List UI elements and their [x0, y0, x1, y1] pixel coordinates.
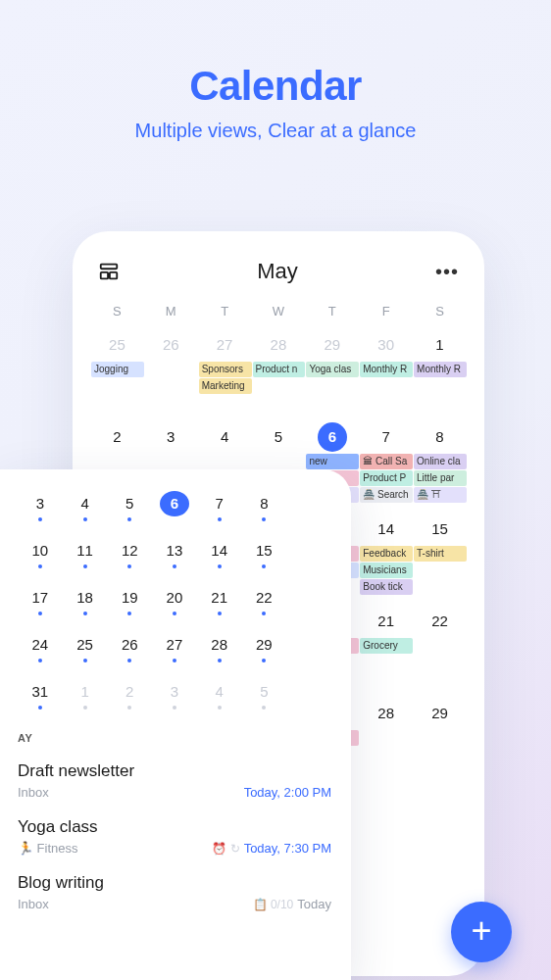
event-pill[interactable]: Product P	[360, 470, 413, 486]
month-day-cell[interactable]: 29	[413, 697, 467, 789]
event-pill[interactable]: Monthly R	[360, 362, 413, 377]
view-switch-icon[interactable]	[98, 261, 120, 282]
event-indicator-dot	[127, 517, 131, 521]
mini-day-cell[interactable]: 15	[242, 538, 287, 585]
mini-day-cell[interactable]: 21	[197, 585, 242, 632]
mini-day-cell[interactable]: 12	[107, 538, 152, 585]
weekday-header: S	[90, 298, 144, 328]
day-number: 4	[210, 422, 239, 452]
month-day-cell[interactable]: 27SponsorsMarketing	[198, 328, 252, 420]
mini-day-cell[interactable]: 28	[197, 632, 242, 679]
mini-day-cell[interactable]: 29	[242, 632, 287, 679]
mini-day-cell[interactable]: 27	[152, 632, 197, 679]
event-pill[interactable]: Musicians	[360, 563, 413, 578]
mini-day-cell[interactable]	[286, 538, 331, 585]
mini-day-cell[interactable]: 17	[18, 585, 63, 632]
mini-day-cell[interactable]	[286, 632, 331, 679]
mini-day-cell[interactable]: 2	[107, 679, 152, 726]
mini-day-cell[interactable]: 4	[63, 491, 108, 538]
task-item[interactable]: Draft newsletterInboxToday, 2:00 PM	[18, 754, 331, 809]
month-day-cell[interactable]: 15T-shirt	[413, 513, 467, 605]
mini-day-cell[interactable]: 26	[107, 632, 152, 679]
month-day-cell[interactable]: 22	[413, 605, 467, 697]
mini-day-cell[interactable]: 5	[242, 679, 287, 726]
event-pill[interactable]: 🏯 Search	[360, 487, 413, 503]
mini-day-cell[interactable]: 31	[18, 679, 63, 726]
month-day-cell[interactable]: 1Monthly R	[413, 328, 467, 420]
mini-day-cell[interactable]: 19	[107, 585, 152, 632]
mini-day-cell[interactable]: 4	[197, 679, 242, 726]
page-title: Calendar	[0, 63, 551, 110]
event-pill[interactable]: Book tick	[360, 579, 413, 595]
mini-day-number: 28	[205, 632, 234, 658]
mini-day-cell[interactable]: 24	[18, 632, 63, 679]
mini-day-number: 7	[205, 491, 234, 516]
mini-day-number: 21	[205, 585, 234, 611]
task-indicators-icon: 📋 0/10	[253, 898, 294, 911]
day-number: 7	[372, 422, 401, 452]
mini-day-cell[interactable]: 7	[197, 491, 242, 538]
mini-day-cell[interactable]: 11	[63, 538, 108, 585]
task-indicators-icon: ⏰ ↻	[212, 842, 239, 856]
mini-day-cell[interactable]: 14	[197, 538, 242, 585]
mini-day-cell[interactable]	[286, 491, 331, 538]
event-indicator-dot	[127, 659, 131, 662]
event-pill[interactable]: Grocery	[360, 638, 413, 654]
month-day-cell[interactable]: 30Monthly R	[359, 328, 413, 420]
month-day-cell[interactable]: 7🏛 Call SaProduct P🏯 Search	[359, 420, 413, 513]
mini-day-cell[interactable]: 20	[152, 585, 197, 632]
month-day-cell[interactable]: 21Grocery	[359, 605, 413, 697]
task-title: Blog writing	[18, 873, 331, 893]
event-pill[interactable]: Online cla	[414, 454, 467, 469]
mini-day-cell[interactable]: 13	[152, 538, 197, 585]
month-title[interactable]: May	[257, 259, 298, 284]
mini-day-number: 26	[115, 632, 144, 658]
event-indicator-dot	[83, 612, 87, 615]
mini-day-cell[interactable]: 6	[152, 491, 197, 538]
event-indicator-dot	[127, 706, 131, 710]
month-day-cell[interactable]: 28Product n	[252, 328, 306, 420]
event-pill[interactable]: new	[306, 454, 359, 469]
event-pill[interactable]: Yoga clas	[306, 362, 359, 377]
event-pill[interactable]: Monthly R	[414, 362, 467, 377]
event-pill[interactable]: Product n	[253, 362, 306, 377]
event-indicator-dot	[262, 659, 266, 662]
mini-day-cell[interactable]	[286, 679, 331, 726]
event-pill[interactable]: Jogging	[91, 362, 144, 377]
event-pill[interactable]: Feedback	[360, 546, 413, 562]
event-pill[interactable]: T-shirt	[414, 546, 467, 562]
more-menu-icon[interactable]: •••	[435, 261, 459, 283]
event-pill[interactable]: 🏯 ⛩	[414, 487, 467, 503]
svg-rect-0	[101, 265, 118, 270]
mini-day-cell[interactable]: 22	[242, 585, 287, 632]
month-day-cell[interactable]: 8Online claLittle par🏯 ⛩	[413, 420, 467, 513]
task-item[interactable]: Blog writingInbox📋 0/10Today	[18, 865, 331, 921]
mini-day-number: 13	[160, 538, 189, 564]
mini-day-cell[interactable]	[286, 585, 331, 632]
mini-day-cell[interactable]: 10	[18, 538, 63, 585]
svg-rect-1	[101, 272, 108, 278]
month-day-cell[interactable]: 25Jogging	[90, 328, 144, 420]
weekday-header: W	[252, 298, 306, 328]
mini-day-cell[interactable]: 8	[242, 491, 287, 538]
event-pill[interactable]: Sponsors	[199, 362, 252, 377]
task-time: Today, 2:00 PM	[244, 785, 331, 800]
mini-day-cell[interactable]: 5	[107, 491, 152, 538]
month-day-cell[interactable]: 28	[359, 697, 413, 789]
mini-day-cell[interactable]: 1	[63, 679, 108, 726]
add-task-button[interactable]: +	[451, 902, 512, 962]
mini-day-cell[interactable]: 3	[18, 491, 63, 538]
task-item[interactable]: Yoga class🏃 Fitness⏰ ↻Today, 7:30 PM	[18, 809, 331, 865]
event-pill[interactable]: Marketing	[199, 378, 252, 394]
mini-day-cell[interactable]: 25	[63, 632, 108, 679]
event-pill[interactable]: 🏛 Call Sa	[360, 454, 413, 469]
mini-day-cell[interactable]: 3	[152, 679, 197, 726]
month-day-cell[interactable]: 29Yoga clas	[305, 328, 359, 420]
month-day-cell[interactable]: 14FeedbackMusiciansBook tick	[359, 513, 413, 605]
mini-day-number: 5	[115, 491, 144, 516]
event-pill[interactable]: Little par	[414, 470, 467, 486]
mini-day-cell[interactable]: 18	[63, 585, 108, 632]
day-number: 27	[210, 330, 239, 360]
month-day-cell[interactable]: 26	[144, 328, 198, 420]
svg-rect-2	[110, 272, 117, 278]
